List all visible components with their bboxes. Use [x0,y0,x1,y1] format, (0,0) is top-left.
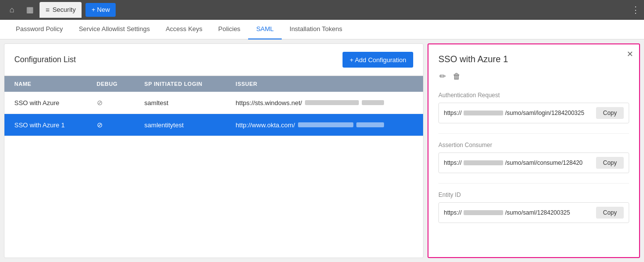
security-tab[interactable]: ≡ Security [40,2,82,18]
auth-request-section: Authentication Request https:// /sumo/sa… [438,92,629,123]
assertion-consumer-section: Assertion Consumer https:// /sumo/saml/c… [438,142,629,173]
row-issuer: https://sts.windows.net/ [226,92,423,114]
config-table-body: SSO with Azure ⊘ samltest https://sts.wi… [4,92,423,136]
entity-id-section: Entity ID https:// /sumo/saml/1284200325… [438,191,629,223]
copy-label: Copy [603,159,617,166]
row-issuer: http://www.okta.com/ [226,114,423,136]
auth-request-url-row: https:// /sumo/saml/login/1284200325 Cop… [438,103,629,123]
assertion-consumer-url: https:// /sumo/saml/consume/128420 [444,159,592,166]
home-button[interactable]: ⌂ [4,2,20,18]
tab-service-allowlist[interactable]: Service Allowlist Settings [71,20,158,39]
edit-icon: ✏ [439,72,446,80]
url-suffix: /sumo/saml/1284200325 [505,209,570,216]
url-suffix: /sumo/saml/login/1284200325 [505,110,584,116]
copy-label: Copy [603,209,617,216]
entity-id-url-row: https:// /sumo/saml/1284200325 Copy [438,202,629,223]
url-prefix: https:// [444,209,462,216]
more-options-button[interactable]: ⋮ [631,4,640,15]
config-header: Configuration List + Add Configuration [4,44,423,76]
new-button-label: + New [91,6,110,13]
tab-installation-tokens[interactable]: Installation Tokens [282,20,350,39]
url-prefix: https:// [444,159,462,166]
col-sp-login: SP INITIATED LOGIN [134,76,226,92]
debug-icon: ⊘ [97,121,103,129]
url-suffix: /sumo/saml/consume/128420 [505,159,583,166]
assertion-consumer-copy-button[interactable]: Copy [596,157,624,169]
top-bar: ⌂ ▦ ≡ Security + New ⋮ [0,0,644,20]
edit-button[interactable]: ✏ [438,71,447,82]
tab-saml[interactable]: SAML [248,20,281,39]
config-table-head: NAME DEBUG SP INITIATED LOGIN ISSUER [4,76,423,92]
assertion-consumer-url-row: https:// /sumo/saml/consume/128420 Copy [438,152,629,173]
row-name: SSO with Azure 1 [4,114,87,136]
entity-id-label: Entity ID [438,191,629,198]
assertion-consumer-label: Assertion Consumer [438,142,629,149]
url-prefix: https:// [444,110,462,116]
auth-request-copy-button[interactable]: Copy [596,107,624,119]
row-name: SSO with Azure [4,92,87,114]
divider-1 [438,133,629,134]
tab-password-policy[interactable]: Password Policy [8,20,71,39]
issuer-prefix: http://www.okta.com/ [236,121,295,129]
table-header-row: NAME DEBUG SP INITIATED LOGIN ISSUER [4,76,423,92]
sso-detail-actions: ✏ 🗑 [438,71,629,82]
home-icon: ⌂ [9,5,14,14]
config-table: NAME DEBUG SP INITIATED LOGIN ISSUER SSO… [4,76,423,136]
security-tab-icon: ≡ [45,6,49,14]
close-button[interactable]: ✕ [627,49,633,59]
copy-label: Copy [603,110,617,116]
files-button[interactable]: ▦ [22,2,38,18]
more-icon: ⋮ [631,5,640,15]
debug-icon: ⊘ [97,99,103,107]
config-list-title: Configuration List [14,55,76,64]
add-config-label: + Add Configuration [349,56,406,64]
files-icon: ▦ [26,5,34,14]
security-tab-label: Security [52,6,76,13]
row-debug: ⊘ [87,114,135,136]
auth-request-label: Authentication Request [438,92,629,99]
table-row[interactable]: SSO with Azure 1 ⊘ samlentitytest http:/… [4,114,423,136]
issuer-blur-2 [356,122,384,127]
tab-policies[interactable]: Policies [211,20,249,39]
delete-icon: 🗑 [453,72,461,80]
col-debug: DEBUG [87,76,135,92]
config-list-panel: Configuration List + Add Configuration N… [4,43,424,258]
delete-button[interactable]: 🗑 [452,71,462,82]
url-blur [464,111,503,115]
close-icon: ✕ [627,50,633,58]
row-sp-login: samlentitytest [134,114,226,136]
issuer-blur [305,100,358,105]
url-blur [464,160,503,165]
divider-2 [438,183,629,184]
main-content: Configuration List + Add Configuration N… [0,39,644,262]
new-button[interactable]: + New [86,3,116,17]
entity-id-copy-button[interactable]: Copy [596,207,624,219]
sso-detail-panel: ✕ SSO with Azure 1 ✏ 🗑 Authentication Re… [428,43,640,258]
sub-nav: Password Policy Service Allowlist Settin… [0,20,644,39]
table-row[interactable]: SSO with Azure ⊘ samltest https://sts.wi… [4,92,423,114]
issuer-blur [298,122,353,127]
row-sp-login: samltest [134,92,226,114]
sso-detail-title: SSO with Azure 1 [438,54,629,65]
col-issuer: ISSUER [226,76,423,92]
entity-id-url: https:// /sumo/saml/1284200325 [444,209,592,216]
issuer-blur-2 [362,100,384,105]
auth-request-url: https:// /sumo/saml/login/1284200325 [444,110,592,116]
url-blur [464,210,503,215]
col-name: NAME [4,76,87,92]
issuer-prefix: https://sts.windows.net/ [236,99,302,107]
tab-access-keys[interactable]: Access Keys [158,20,210,39]
add-configuration-button[interactable]: + Add Configuration [343,52,413,68]
row-debug: ⊘ [87,92,135,114]
